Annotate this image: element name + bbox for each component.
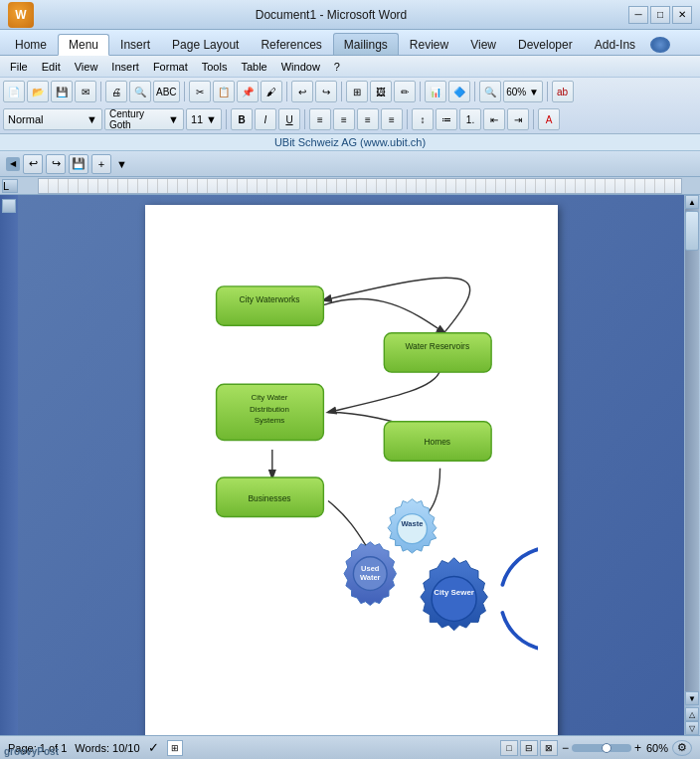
save-button[interactable]: 💾 <box>51 81 73 102</box>
diagram-button[interactable]: 🔷 <box>448 81 470 102</box>
increase-indent-button[interactable]: ⇥ <box>507 108 529 130</box>
print-button[interactable]: 🖨 <box>105 81 127 102</box>
email-button[interactable]: ✉ <box>75 81 96 102</box>
maximize-button[interactable]: □ <box>650 6 670 24</box>
menu-window[interactable]: Window <box>275 59 326 75</box>
cut-button[interactable]: ✂ <box>189 81 211 102</box>
align-right-button[interactable]: ≡ <box>357 108 379 130</box>
bullets-button[interactable]: ≔ <box>436 108 457 130</box>
doc-scroll-area[interactable]: City Waterworks Water Reservoirs City Wa… <box>18 195 684 735</box>
undo-button[interactable]: ↩ <box>291 81 313 102</box>
view-layout-btn[interactable]: ⊟ <box>520 740 538 756</box>
print-preview-button[interactable]: 🔍 <box>129 81 151 102</box>
insert-image-button[interactable]: 🖼 <box>370 81 392 102</box>
drawing-button[interactable]: ✏ <box>394 81 416 102</box>
underline-button[interactable]: U <box>278 108 300 130</box>
menu-table[interactable]: Table <box>235 59 272 75</box>
sep-1 <box>100 82 101 101</box>
qa-save[interactable]: 💾 <box>69 154 88 174</box>
italic-button[interactable]: I <box>255 108 276 130</box>
used-water-label: Used <box>361 564 380 573</box>
decrease-indent-button[interactable]: ⇤ <box>483 108 505 130</box>
spellcheck-button[interactable]: ABC <box>153 81 180 102</box>
sep-11 <box>533 109 534 129</box>
tab-review[interactable]: Review <box>399 33 459 55</box>
scroll-thumb[interactable] <box>685 211 699 251</box>
view-normal-btn[interactable]: □ <box>500 740 518 756</box>
font-size-selector[interactable]: 11 ▼ <box>186 108 222 130</box>
align-center-button[interactable]: ≡ <box>333 108 355 130</box>
city-waterworks-label: City Waterworks <box>239 294 299 304</box>
qa-arrow[interactable]: ▼ <box>116 158 127 170</box>
font-selector[interactable]: Century Goth ▼ <box>104 108 184 130</box>
tab-home[interactable]: Home <box>4 33 58 55</box>
bold-button[interactable]: B <box>231 108 253 130</box>
menu-format[interactable]: Format <box>147 59 194 75</box>
scroll-down-button[interactable]: ▼ <box>685 691 699 705</box>
qa-undo[interactable]: ↩ <box>23 154 43 174</box>
zoom-button[interactable]: 🔍 <box>479 81 501 102</box>
tab-view[interactable]: View <box>459 33 507 55</box>
highlight-button[interactable]: ab <box>552 81 574 102</box>
settings-icon[interactable]: ⚙ <box>672 740 692 756</box>
tab-mailings[interactable]: Mailings <box>333 33 399 55</box>
title-bar: W Document1 - Microsoft Word ─ □ ✕ <box>0 0 700 30</box>
open-button[interactable]: 📂 <box>27 81 49 102</box>
insert-table-button[interactable]: ⊞ <box>346 81 368 102</box>
chart-button[interactable]: 📊 <box>425 81 446 102</box>
diagram-svg: City Waterworks Water Reservoirs City Wa… <box>165 225 538 702</box>
proofread-icon[interactable]: ✓ <box>148 740 159 755</box>
menu-file[interactable]: File <box>4 59 34 75</box>
tab-menu[interactable]: Menu <box>58 34 109 56</box>
track-changes-icon[interactable]: ⊞ <box>167 740 183 756</box>
redo-button[interactable]: ↪ <box>315 81 337 102</box>
scroll-up-button[interactable]: ▲ <box>685 195 699 209</box>
sep-6 <box>474 82 475 101</box>
zoom-dropdown[interactable]: 60% ▼ <box>503 81 543 102</box>
growypost-watermark: groovyPost <box>4 746 59 757</box>
tab-addins[interactable]: Add-Ins <box>584 33 646 55</box>
view-full-btn[interactable]: ⊠ <box>540 740 558 756</box>
minimize-button[interactable]: ─ <box>628 6 648 24</box>
menu-edit[interactable]: Edit <box>36 59 67 75</box>
numbering-button[interactable]: 1. <box>459 108 481 130</box>
help-icon[interactable] <box>650 37 670 53</box>
tab-pagelayout[interactable]: Page Layout <box>161 33 250 55</box>
align-left-button[interactable]: ≡ <box>309 108 331 130</box>
tab-insert[interactable]: Insert <box>109 33 161 55</box>
ruler-marks <box>39 179 681 193</box>
arrow-reservoirs-waterworks <box>323 278 469 337</box>
line-spacing-button[interactable]: ↕ <box>412 108 434 130</box>
menu-help[interactable]: ? <box>328 59 346 75</box>
copy-button[interactable]: 📋 <box>213 81 235 102</box>
arrow-waterworks-reservoirs <box>323 298 444 332</box>
water-reservoirs-label: Water Reservoirs <box>405 341 469 351</box>
menu-bar: File Edit View Insert Format Tools Table… <box>0 56 700 78</box>
zoom-out-button[interactable]: − <box>562 741 569 755</box>
paste-button[interactable]: 📌 <box>237 81 259 102</box>
right-scrollbar: ▲ ▼ △ ▽ <box>684 195 700 735</box>
office-logo-text: W <box>15 8 26 22</box>
scroll-extra-btn2[interactable]: ▽ <box>685 721 699 735</box>
ruler-corner: L <box>2 179 18 193</box>
qa-redo[interactable]: ↪ <box>46 154 66 174</box>
text-color-button[interactable]: A <box>538 108 560 130</box>
zoom-in-button[interactable]: + <box>634 741 641 755</box>
tab-developer[interactable]: Developer <box>507 33 584 55</box>
justify-button[interactable]: ≡ <box>381 108 403 130</box>
scroll-extra-btn1[interactable]: △ <box>685 707 699 721</box>
format-notice: UBit Schweiz AG (www.ubit.ch) <box>0 134 700 151</box>
new-button[interactable]: 📄 <box>3 81 25 102</box>
style-selector[interactable]: Normal ▼ <box>3 108 102 130</box>
tab-references[interactable]: References <box>250 33 332 55</box>
sep-7 <box>547 82 548 101</box>
sep-8 <box>226 109 227 129</box>
qa-extra[interactable]: + <box>91 154 111 174</box>
zoom-slider[interactable] <box>572 744 631 752</box>
menu-tools[interactable]: Tools <box>196 59 234 75</box>
format-painter-button[interactable]: 🖌 <box>261 81 282 102</box>
close-button[interactable]: ✕ <box>672 6 692 24</box>
menu-view[interactable]: View <box>69 59 104 75</box>
menu-insert[interactable]: Insert <box>105 59 145 75</box>
water-reservoirs-box <box>384 333 491 372</box>
